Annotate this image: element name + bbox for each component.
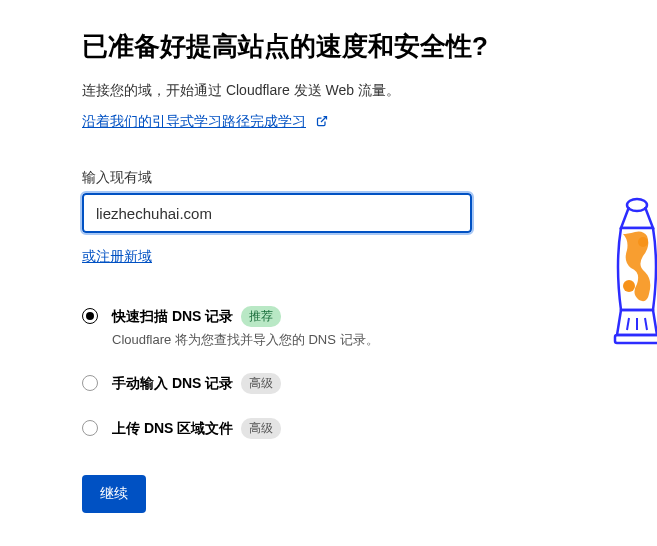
svg-line-6 bbox=[645, 318, 647, 330]
learning-path-link[interactable]: 沿着我们的引导式学习路径完成学习 bbox=[82, 113, 306, 129]
dns-options: 快速扫描 DNS 记录 推荐 Cloudflare 将为您查找并导入您的 DNS… bbox=[82, 306, 560, 439]
option-desc: Cloudflare 将为您查找并导入您的 DNS 记录。 bbox=[112, 331, 560, 349]
svg-line-0 bbox=[321, 117, 327, 123]
radio-icon bbox=[82, 308, 98, 324]
option-title: 快速扫描 DNS 记录 bbox=[112, 308, 233, 326]
lava-lamp-illustration bbox=[607, 190, 657, 364]
svg-point-3 bbox=[623, 280, 635, 292]
option-manual-dns[interactable]: 手动输入 DNS 记录 高级 bbox=[82, 373, 560, 394]
page-title: 已准备好提高站点的速度和安全性? bbox=[82, 28, 560, 64]
external-link-icon bbox=[316, 113, 328, 131]
radio-icon bbox=[82, 375, 98, 391]
register-domain-link[interactable]: 或注册新域 bbox=[82, 248, 152, 264]
advanced-badge: 高级 bbox=[241, 373, 281, 394]
option-upload-zone[interactable]: 上传 DNS 区域文件 高级 bbox=[82, 418, 560, 439]
page-subtitle: 连接您的域，开始通过 Cloudflare 发送 Web 流量。 bbox=[82, 82, 560, 100]
option-quick-scan[interactable]: 快速扫描 DNS 记录 推荐 Cloudflare 将为您查找并导入您的 DNS… bbox=[82, 306, 560, 349]
svg-line-4 bbox=[627, 318, 629, 330]
svg-point-1 bbox=[627, 199, 647, 211]
continue-button[interactable]: 继续 bbox=[82, 475, 146, 513]
domain-input-label: 输入现有域 bbox=[82, 169, 560, 187]
svg-point-2 bbox=[638, 237, 648, 247]
radio-icon bbox=[82, 420, 98, 436]
recommended-badge: 推荐 bbox=[241, 306, 281, 327]
advanced-badge: 高级 bbox=[241, 418, 281, 439]
domain-input[interactable] bbox=[82, 193, 472, 233]
option-title: 上传 DNS 区域文件 bbox=[112, 420, 233, 438]
svg-rect-7 bbox=[615, 335, 657, 343]
option-title: 手动输入 DNS 记录 bbox=[112, 375, 233, 393]
